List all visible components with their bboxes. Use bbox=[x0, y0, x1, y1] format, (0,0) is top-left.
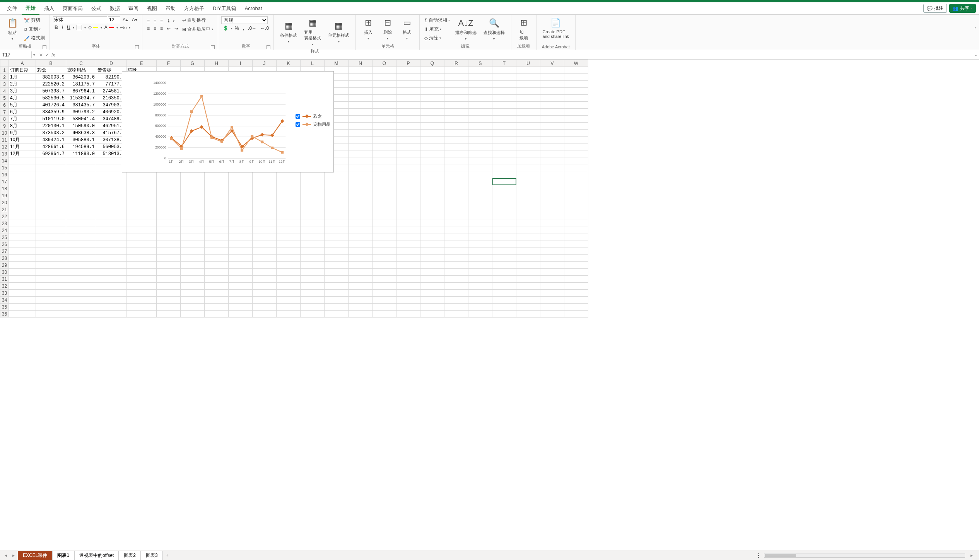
tab-插入[interactable]: 插入 bbox=[40, 3, 58, 14]
cell[interactable] bbox=[66, 192, 96, 199]
cell[interactable]: 692964.7 bbox=[36, 150, 66, 157]
cell[interactable] bbox=[181, 185, 205, 192]
cell[interactable] bbox=[516, 137, 540, 143]
cell[interactable] bbox=[36, 199, 66, 206]
cell[interactable] bbox=[540, 220, 564, 227]
cell[interactable] bbox=[516, 220, 540, 227]
cell[interactable] bbox=[516, 227, 540, 234]
cell[interactable] bbox=[301, 213, 325, 220]
cell[interactable] bbox=[444, 248, 468, 255]
cell[interactable] bbox=[372, 311, 396, 318]
cell[interactable] bbox=[540, 276, 564, 283]
cell[interactable] bbox=[444, 67, 468, 74]
cell[interactable] bbox=[468, 262, 492, 269]
cell[interactable] bbox=[540, 241, 564, 248]
cell[interactable] bbox=[564, 164, 588, 171]
cell[interactable] bbox=[181, 192, 205, 199]
cell[interactable] bbox=[66, 171, 96, 178]
cell[interactable] bbox=[229, 297, 253, 304]
cell[interactable] bbox=[492, 88, 516, 95]
cell[interactable] bbox=[96, 262, 126, 269]
cell[interactable] bbox=[516, 269, 540, 276]
cell[interactable] bbox=[540, 304, 564, 311]
cell[interactable] bbox=[325, 192, 349, 199]
cell[interactable] bbox=[229, 192, 253, 199]
cell[interactable] bbox=[444, 276, 468, 283]
cell[interactable] bbox=[205, 220, 229, 227]
align-bottom-button[interactable]: ≡ bbox=[159, 17, 164, 24]
cell[interactable] bbox=[468, 109, 492, 116]
cell[interactable] bbox=[253, 185, 277, 192]
cell[interactable] bbox=[468, 178, 492, 185]
cell[interactable]: 373503.2 bbox=[36, 130, 66, 137]
col-header[interactable]: L bbox=[301, 60, 325, 67]
cell[interactable]: 1月 bbox=[9, 74, 36, 81]
cell[interactable] bbox=[9, 185, 36, 192]
cell[interactable] bbox=[372, 150, 396, 157]
cell[interactable] bbox=[396, 255, 420, 262]
cell[interactable] bbox=[396, 276, 420, 283]
cell[interactable]: 4月 bbox=[9, 95, 36, 102]
cell[interactable] bbox=[372, 67, 396, 74]
cell[interactable] bbox=[96, 199, 126, 206]
cell[interactable] bbox=[372, 192, 396, 199]
cell[interactable] bbox=[540, 213, 564, 220]
row-header[interactable]: 17 bbox=[0, 178, 9, 185]
cell[interactable] bbox=[540, 123, 564, 130]
cell[interactable]: 510119.0 bbox=[36, 116, 66, 123]
cell[interactable]: 334359.9 bbox=[36, 109, 66, 116]
cell[interactable] bbox=[349, 220, 372, 227]
cell[interactable]: 宠物用品 bbox=[66, 67, 96, 74]
cell[interactable] bbox=[468, 213, 492, 220]
cell[interactable] bbox=[325, 178, 349, 185]
col-header[interactable]: K bbox=[277, 60, 301, 67]
cell[interactable] bbox=[564, 178, 588, 185]
cell[interactable] bbox=[229, 185, 253, 192]
cell[interactable] bbox=[181, 206, 205, 213]
cell[interactable] bbox=[492, 185, 516, 192]
cell[interactable] bbox=[492, 199, 516, 206]
col-header[interactable]: F bbox=[157, 60, 181, 67]
cell[interactable]: 1153034.7 bbox=[66, 95, 96, 102]
cell[interactable] bbox=[420, 227, 444, 234]
cell[interactable] bbox=[36, 311, 66, 318]
cell[interactable] bbox=[492, 81, 516, 88]
cell[interactable] bbox=[468, 276, 492, 283]
cell[interactable] bbox=[36, 164, 66, 171]
cell[interactable] bbox=[96, 297, 126, 304]
cell[interactable] bbox=[396, 150, 420, 157]
col-header[interactable]: E bbox=[126, 60, 157, 67]
cell[interactable] bbox=[9, 297, 36, 304]
new-sheet-button[interactable]: ＋ bbox=[164, 552, 171, 559]
cell[interactable] bbox=[349, 262, 372, 269]
cell[interactable] bbox=[564, 137, 588, 143]
cell[interactable] bbox=[516, 116, 540, 123]
cell[interactable]: 382003.9 bbox=[36, 74, 66, 81]
cell[interactable] bbox=[253, 255, 277, 262]
cell[interactable] bbox=[540, 297, 564, 304]
cell[interactable] bbox=[396, 164, 420, 171]
cell[interactable] bbox=[205, 227, 229, 234]
cell[interactable] bbox=[277, 283, 301, 290]
cell[interactable]: 439424.1 bbox=[36, 137, 66, 143]
cell[interactable] bbox=[492, 234, 516, 241]
cell[interactable] bbox=[301, 206, 325, 213]
italic-button[interactable]: I bbox=[60, 24, 65, 31]
cell[interactable] bbox=[229, 248, 253, 255]
cell[interactable] bbox=[564, 102, 588, 109]
cell[interactable] bbox=[396, 95, 420, 102]
cell[interactable] bbox=[325, 311, 349, 318]
delete-cells-button[interactable]: ⊟删除▾ bbox=[378, 16, 397, 42]
cell[interactable] bbox=[126, 269, 157, 276]
cell[interactable] bbox=[205, 304, 229, 311]
cell[interactable] bbox=[157, 178, 181, 185]
cell[interactable] bbox=[396, 116, 420, 123]
cell[interactable] bbox=[157, 269, 181, 276]
cell[interactable] bbox=[9, 220, 36, 227]
cell[interactable] bbox=[9, 227, 36, 234]
cell[interactable] bbox=[325, 283, 349, 290]
cell[interactable] bbox=[157, 220, 181, 227]
cell[interactable] bbox=[372, 241, 396, 248]
cell[interactable] bbox=[36, 304, 66, 311]
cell[interactable] bbox=[325, 255, 349, 262]
